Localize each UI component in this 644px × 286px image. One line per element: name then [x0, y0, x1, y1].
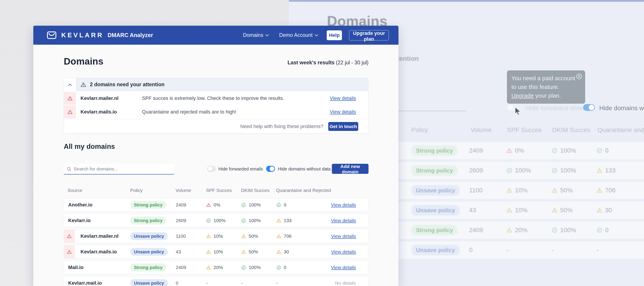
toggle-hide-no-data[interactable] [266, 166, 275, 172]
toggle-knob [589, 105, 594, 110]
quarantine-rejected-value-text: 0 [284, 265, 286, 270]
warning-triangle-icon [276, 234, 281, 239]
policy-badge: Strong policy [130, 217, 166, 225]
view-details-link[interactable]: View details [331, 202, 356, 208]
policy-cell: Unsave policy [130, 232, 168, 240]
volume-value-text: 0 [176, 281, 178, 286]
attention-panel-header: 2 domains need your attention [64, 78, 368, 91]
view-details-link[interactable]: View details [330, 109, 356, 115]
column-header-source: Source [68, 188, 82, 193]
background-toggle-hide-no-data[interactable] [583, 104, 595, 111]
nav-menu-domains[interactable]: Domains [243, 32, 269, 38]
dkim-success-value-text: 100% [249, 202, 261, 208]
warning-triangle-icon [67, 249, 72, 254]
warning-triangle-icon [206, 234, 211, 239]
dkim-success-value: - [241, 281, 243, 286]
view-details-link[interactable]: View details [330, 95, 356, 101]
attention-panel-title: 2 domains need your attention [90, 82, 164, 88]
policy-badge: Unsave policy [130, 248, 168, 256]
view-details-link[interactable]: View details [331, 249, 356, 255]
brand-name: KEVLARR [61, 31, 104, 39]
attention-row: Kevlarr.mails.ioQuarantaine and rejected… [64, 105, 368, 118]
tooltip-text-suffix: your plan. [535, 92, 561, 99]
product-name: DMARC Analyzer [108, 32, 153, 38]
policy-cell: Strong policy [130, 217, 166, 225]
policy-badge: Unsave policy [130, 279, 168, 286]
domain-name: Another.io [68, 202, 92, 208]
toggle-knob [208, 166, 212, 171]
chevron-down-icon [266, 34, 269, 36]
top-navbar: KEVLARR DMARC Analyzer Domains Demo Acco… [33, 26, 398, 45]
volume-value: 0 [176, 281, 178, 286]
spf-success-value: 10% [206, 234, 223, 239]
upgrade-tooltip: You need a paid account to use this feat… [507, 70, 585, 104]
column-header-dkim-succes: DKIM Succes [241, 188, 270, 193]
warning-triangle-icon [67, 109, 73, 115]
warning-triangle-icon [206, 203, 211, 207]
chevron-down-icon [315, 34, 318, 36]
get-in-touch-button[interactable]: Get in touch [328, 122, 358, 131]
desktop: { "navbar": { "brand": "KEVLARR", "produ… [0, 0, 644, 286]
domain-name: Kevlarr.mails.io [80, 249, 117, 255]
attention-panel: 2 domains need your attention Kevlarr.ma… [64, 78, 368, 134]
search-icon [67, 167, 71, 171]
alert-domain-name: Kevlarr.mails.io [80, 109, 117, 115]
check-circle-icon [241, 265, 246, 270]
no-details-label: No details [335, 281, 356, 286]
warning-triangle-icon [241, 234, 246, 239]
warning-triangle-icon [67, 96, 73, 101]
add-domain-button[interactable]: Add new domain [332, 164, 368, 174]
warning-triangle-icon [206, 250, 211, 254]
quarantine-rejected-value-text: 706 [284, 234, 292, 239]
dkim-success-value-text: - [241, 281, 243, 286]
alert-message: Quarantaine and rejected mails are to hi… [142, 109, 236, 115]
help-prompt-text: Need help with fixing these problems? [240, 124, 323, 129]
view-details-link[interactable]: View details [331, 234, 356, 239]
collapse-panel-button[interactable] [64, 78, 76, 91]
policy-cell: Unsave policy [130, 279, 168, 286]
view-details-link[interactable]: View details [331, 218, 356, 223]
dkim-success-value: 100% [241, 265, 261, 270]
toggle-hide-forwarded-label: Hide forwarded emails [218, 166, 263, 172]
volume-value-text: 2409 [176, 265, 186, 270]
tooltip-close-icon[interactable] [576, 73, 582, 80]
volume-value: 43 [176, 249, 181, 255]
check-circle-icon [241, 218, 246, 223]
volume-value: 2609 [176, 218, 186, 223]
volume-value: 1100 [176, 234, 186, 239]
dkim-success-value-text: 50% [249, 234, 258, 239]
dkim-success-value-text: 100% [249, 265, 261, 270]
results-label: Last week's results [288, 60, 334, 65]
help-button[interactable]: Help [327, 30, 342, 40]
toggle-hide-no-data-label: Hide domains without data [278, 166, 331, 172]
quarantine-rejected-value: - [276, 281, 278, 286]
toggle-hide-forwarded[interactable] [207, 166, 216, 172]
warning-triangle-icon [276, 250, 281, 254]
results-period: Last week's results (22 jul - 30 jul) [288, 60, 368, 66]
volume-value: 2409 [176, 265, 186, 270]
spf-success-value-text: 10% [214, 234, 223, 239]
domain-name: Kevlarr.io [68, 218, 90, 224]
nav-menu-account[interactable]: Demo Account [279, 32, 318, 38]
alert-domain-name: Kevlarr.mailer.nl [80, 95, 118, 101]
view-details-link[interactable]: View details [331, 265, 356, 270]
tooltip-upgrade-link[interactable]: Upgrade [512, 92, 534, 99]
check-circle-icon [206, 218, 211, 223]
table-row: Kevlarr.ioStrong policy2609100%100%133Vi… [64, 214, 368, 227]
quarantine-rejected-value: 0 [276, 202, 286, 208]
chevron-up-icon [68, 83, 72, 86]
volume-value-text: 43 [176, 249, 181, 255]
volume-value-text: 2409 [176, 202, 186, 208]
upgrade-plan-button[interactable]: Upgrade your plan [349, 30, 389, 40]
nav-menu-domains-label: Domains [243, 32, 264, 38]
dkim-success-value: 50% [241, 249, 258, 255]
table-row: Kevlarr.mails.ioUnsave policy4310%50%30V… [64, 245, 368, 259]
volume-value: 2409 [176, 202, 186, 208]
row-alert-strip [64, 245, 75, 258]
search-input[interactable] [74, 164, 172, 174]
domain-search [64, 164, 174, 175]
table-row: Kevlarr.mail.ioUnsave policy0---No detai… [64, 277, 368, 286]
quarantine-rejected-value: 706 [276, 234, 292, 239]
volume-value-text: 2609 [176, 218, 186, 223]
dkim-success-value: 100% [241, 202, 261, 208]
